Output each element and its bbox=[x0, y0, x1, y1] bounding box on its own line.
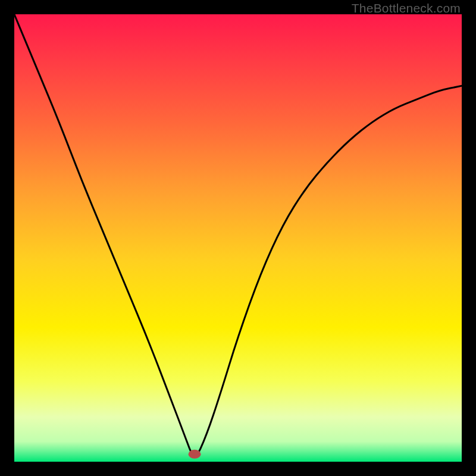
chart-canvas bbox=[14, 14, 462, 462]
gradient-background bbox=[14, 14, 462, 462]
chart-frame bbox=[14, 14, 462, 462]
optimum-marker bbox=[189, 450, 201, 459]
watermark-text: TheBottleneck.com bbox=[352, 1, 461, 15]
